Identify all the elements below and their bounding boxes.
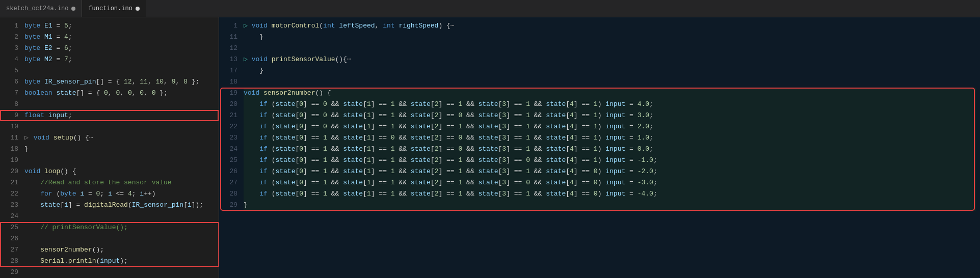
right-code-container: 111121317181920212223242526272829 ▷ void… [219, 17, 980, 278]
tab-sketch[interactable]: sketch_oct24a.ino [0, 0, 82, 17]
editor-area: 123456789101118192021222324252627282930 … [0, 17, 980, 278]
right-code-content: ▷ void motorControl(int leftSpeed, int r… [240, 17, 980, 278]
right-line-numbers: 111121317181920212223242526272829 [219, 17, 240, 278]
left-panel: 123456789101118192021222324252627282930 … [0, 17, 219, 278]
tab-sketch-dot [71, 7, 75, 11]
left-line-numbers: 123456789101118192021222324252627282930 [0, 17, 20, 278]
tab-function-dot [136, 7, 140, 11]
right-panel: 111121317181920212223242526272829 ▷ void… [219, 17, 980, 278]
tab-function[interactable]: function.ino [82, 0, 146, 17]
tab-function-label: function.ino [88, 5, 132, 12]
left-code-content: byte E1 = 5;byte M1 = 4;byte E2 = 6;byte… [20, 17, 219, 278]
left-code-container: 123456789101118192021222324252627282930 … [0, 17, 219, 278]
tab-bar: sketch_oct24a.ino function.ino [0, 0, 980, 17]
tab-sketch-label: sketch_oct24a.ino [6, 5, 68, 12]
